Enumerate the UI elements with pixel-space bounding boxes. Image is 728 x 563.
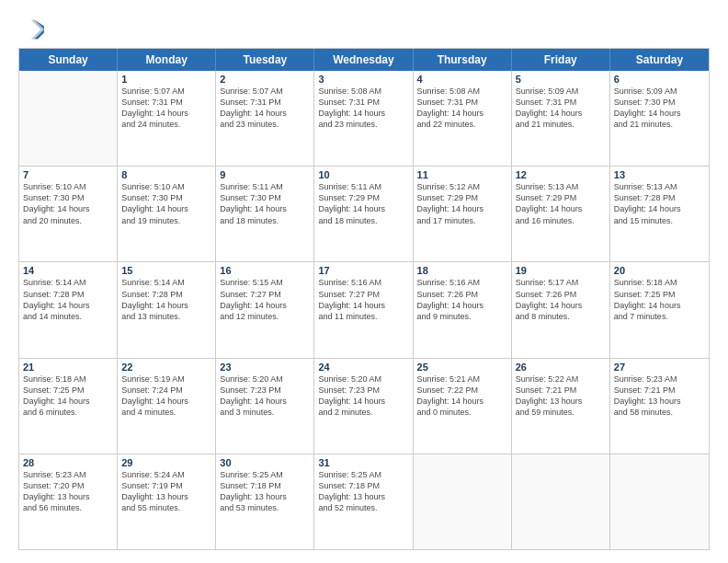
logo xyxy=(18,17,48,42)
day-cell-20: 20Sunrise: 5:18 AM Sunset: 7:25 PM Dayli… xyxy=(610,262,709,357)
week-row-1: 1Sunrise: 5:07 AM Sunset: 7:31 PM Daylig… xyxy=(19,71,709,167)
day-number: 11 xyxy=(417,169,507,180)
day-info: Sunrise: 5:11 AM Sunset: 7:30 PM Dayligh… xyxy=(220,181,310,226)
day-info: Sunrise: 5:23 AM Sunset: 7:20 PM Dayligh… xyxy=(23,469,113,514)
header xyxy=(18,17,710,42)
day-info: Sunrise: 5:08 AM Sunset: 7:31 PM Dayligh… xyxy=(318,86,408,131)
day-info: Sunrise: 5:10 AM Sunset: 7:30 PM Dayligh… xyxy=(121,181,211,226)
day-info: Sunrise: 5:25 AM Sunset: 7:18 PM Dayligh… xyxy=(220,469,310,514)
day-info: Sunrise: 5:20 AM Sunset: 7:23 PM Dayligh… xyxy=(220,373,310,419)
week-row-2: 7Sunrise: 5:10 AM Sunset: 7:30 PM Daylig… xyxy=(19,167,709,262)
day-number: 13 xyxy=(614,169,705,180)
day-cell-29: 29Sunrise: 5:24 AM Sunset: 7:19 PM Dayli… xyxy=(118,454,216,549)
day-number: 1 xyxy=(121,74,211,85)
header-day-wednesday: Wednesday xyxy=(314,49,413,71)
day-cell-18: 18Sunrise: 5:16 AM Sunset: 7:26 PM Dayli… xyxy=(414,262,512,357)
day-number: 23 xyxy=(220,362,310,373)
day-cell-6: 6Sunrise: 5:09 AM Sunset: 7:30 PM Daylig… xyxy=(610,71,709,166)
day-number: 24 xyxy=(318,362,408,373)
day-cell-17: 17Sunrise: 5:16 AM Sunset: 7:27 PM Dayli… xyxy=(314,262,413,357)
day-number: 8 xyxy=(121,169,211,180)
header-day-friday: Friday xyxy=(512,49,610,71)
day-number: 26 xyxy=(516,362,606,373)
day-number: 31 xyxy=(318,457,408,468)
day-info: Sunrise: 5:25 AM Sunset: 7:18 PM Dayligh… xyxy=(318,469,408,514)
day-info: Sunrise: 5:09 AM Sunset: 7:30 PM Dayligh… xyxy=(614,86,705,131)
day-number: 2 xyxy=(220,74,310,85)
header-day-sunday: Sunday xyxy=(19,49,118,71)
calendar: SundayMondayTuesdayWednesdayThursdayFrid… xyxy=(18,48,710,550)
empty-cell-4-6 xyxy=(610,454,709,549)
logo-icon xyxy=(18,17,44,42)
day-number: 28 xyxy=(23,457,113,468)
day-info: Sunrise: 5:16 AM Sunset: 7:26 PM Dayligh… xyxy=(417,277,507,322)
day-number: 16 xyxy=(220,265,310,276)
day-cell-3: 3Sunrise: 5:08 AM Sunset: 7:31 PM Daylig… xyxy=(314,71,413,166)
day-number: 4 xyxy=(417,74,507,85)
day-number: 15 xyxy=(121,265,211,276)
day-info: Sunrise: 5:20 AM Sunset: 7:23 PM Dayligh… xyxy=(318,373,408,419)
day-info: Sunrise: 5:18 AM Sunset: 7:25 PM Dayligh… xyxy=(614,277,705,322)
day-cell-4: 4Sunrise: 5:08 AM Sunset: 7:31 PM Daylig… xyxy=(414,71,512,166)
day-number: 12 xyxy=(516,169,606,180)
page: SundayMondayTuesdayWednesdayThursdayFrid… xyxy=(0,0,728,563)
day-cell-1: 1Sunrise: 5:07 AM Sunset: 7:31 PM Daylig… xyxy=(118,71,216,166)
day-cell-5: 5Sunrise: 5:09 AM Sunset: 7:31 PM Daylig… xyxy=(512,71,610,166)
day-cell-11: 11Sunrise: 5:12 AM Sunset: 7:29 PM Dayli… xyxy=(414,167,512,261)
day-cell-9: 9Sunrise: 5:11 AM Sunset: 7:30 PM Daylig… xyxy=(216,167,314,261)
calendar-body: 1Sunrise: 5:07 AM Sunset: 7:31 PM Daylig… xyxy=(19,71,709,549)
header-day-thursday: Thursday xyxy=(414,49,512,71)
day-cell-7: 7Sunrise: 5:10 AM Sunset: 7:30 PM Daylig… xyxy=(19,167,118,261)
day-number: 19 xyxy=(516,265,606,276)
day-cell-28: 28Sunrise: 5:23 AM Sunset: 7:20 PM Dayli… xyxy=(19,454,118,549)
header-day-saturday: Saturday xyxy=(610,49,709,71)
day-info: Sunrise: 5:13 AM Sunset: 7:29 PM Dayligh… xyxy=(516,181,606,226)
day-cell-12: 12Sunrise: 5:13 AM Sunset: 7:29 PM Dayli… xyxy=(512,167,610,261)
day-number: 21 xyxy=(23,362,113,373)
header-day-tuesday: Tuesday xyxy=(216,49,314,71)
day-info: Sunrise: 5:21 AM Sunset: 7:22 PM Dayligh… xyxy=(417,373,507,419)
day-number: 18 xyxy=(417,265,507,276)
calendar-header: SundayMondayTuesdayWednesdayThursdayFrid… xyxy=(19,49,709,71)
day-info: Sunrise: 5:14 AM Sunset: 7:28 PM Dayligh… xyxy=(23,277,113,322)
day-info: Sunrise: 5:12 AM Sunset: 7:29 PM Dayligh… xyxy=(417,181,507,226)
day-info: Sunrise: 5:10 AM Sunset: 7:30 PM Dayligh… xyxy=(23,181,113,226)
day-number: 29 xyxy=(121,457,211,468)
day-info: Sunrise: 5:16 AM Sunset: 7:27 PM Dayligh… xyxy=(318,277,408,322)
day-number: 22 xyxy=(121,362,211,373)
day-info: Sunrise: 5:13 AM Sunset: 7:28 PM Dayligh… xyxy=(614,181,705,226)
day-info: Sunrise: 5:19 AM Sunset: 7:24 PM Dayligh… xyxy=(121,373,211,419)
day-number: 17 xyxy=(318,265,408,276)
day-cell-31: 31Sunrise: 5:25 AM Sunset: 7:18 PM Dayli… xyxy=(314,454,413,549)
day-info: Sunrise: 5:07 AM Sunset: 7:31 PM Dayligh… xyxy=(220,86,310,131)
week-row-4: 21Sunrise: 5:18 AM Sunset: 7:25 PM Dayli… xyxy=(19,359,709,454)
day-cell-30: 30Sunrise: 5:25 AM Sunset: 7:18 PM Dayli… xyxy=(216,454,314,549)
empty-cell-0-0 xyxy=(19,71,118,166)
week-row-3: 14Sunrise: 5:14 AM Sunset: 7:28 PM Dayli… xyxy=(19,262,709,358)
day-number: 27 xyxy=(614,362,705,373)
header-day-monday: Monday xyxy=(118,49,216,71)
day-info: Sunrise: 5:18 AM Sunset: 7:25 PM Dayligh… xyxy=(23,373,113,419)
empty-cell-4-5 xyxy=(512,454,610,549)
day-cell-16: 16Sunrise: 5:15 AM Sunset: 7:27 PM Dayli… xyxy=(216,262,314,357)
day-cell-2: 2Sunrise: 5:07 AM Sunset: 7:31 PM Daylig… xyxy=(216,71,314,166)
day-cell-15: 15Sunrise: 5:14 AM Sunset: 7:28 PM Dayli… xyxy=(118,262,216,357)
day-cell-10: 10Sunrise: 5:11 AM Sunset: 7:29 PM Dayli… xyxy=(314,167,413,261)
day-info: Sunrise: 5:23 AM Sunset: 7:21 PM Dayligh… xyxy=(614,373,705,419)
day-number: 7 xyxy=(23,169,113,180)
day-info: Sunrise: 5:14 AM Sunset: 7:28 PM Dayligh… xyxy=(121,277,211,322)
day-info: Sunrise: 5:07 AM Sunset: 7:31 PM Dayligh… xyxy=(121,86,211,131)
day-info: Sunrise: 5:24 AM Sunset: 7:19 PM Dayligh… xyxy=(121,469,211,514)
day-cell-24: 24Sunrise: 5:20 AM Sunset: 7:23 PM Dayli… xyxy=(314,359,413,454)
day-number: 10 xyxy=(318,169,408,180)
day-cell-26: 26Sunrise: 5:22 AM Sunset: 7:21 PM Dayli… xyxy=(512,359,610,454)
day-info: Sunrise: 5:22 AM Sunset: 7:21 PM Dayligh… xyxy=(516,373,606,419)
day-number: 30 xyxy=(220,457,310,468)
day-number: 3 xyxy=(318,74,408,85)
day-info: Sunrise: 5:09 AM Sunset: 7:31 PM Dayligh… xyxy=(516,86,606,131)
day-cell-19: 19Sunrise: 5:17 AM Sunset: 7:26 PM Dayli… xyxy=(512,262,610,357)
day-info: Sunrise: 5:15 AM Sunset: 7:27 PM Dayligh… xyxy=(220,277,310,322)
day-cell-23: 23Sunrise: 5:20 AM Sunset: 7:23 PM Dayli… xyxy=(216,359,314,454)
day-info: Sunrise: 5:08 AM Sunset: 7:31 PM Dayligh… xyxy=(417,86,507,131)
day-cell-8: 8Sunrise: 5:10 AM Sunset: 7:30 PM Daylig… xyxy=(118,167,216,261)
